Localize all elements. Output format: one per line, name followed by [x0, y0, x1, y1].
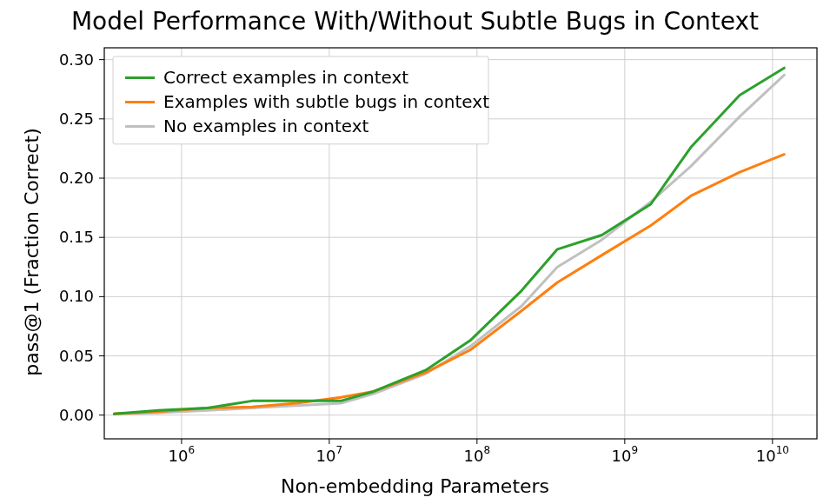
y-tick-label: 0.15 [59, 228, 94, 246]
y-tick-label: 0.05 [59, 347, 94, 365]
y-tick-label: 0.20 [59, 169, 94, 187]
y-tick-label: 0.30 [59, 50, 94, 69]
x-tick-label: 107 [316, 444, 343, 465]
x-tick-label: 108 [464, 444, 491, 465]
chart-svg: 0.000.050.100.150.200.250.30 10610710810… [104, 48, 817, 439]
x-axis-label: Non-embedding Parameters [0, 475, 830, 497]
x-tick-label: 1010 [756, 444, 789, 465]
series-line [114, 155, 784, 414]
figure: Model Performance With/Without Subtle Bu… [0, 0, 830, 504]
y-tick-label: 0.00 [59, 406, 94, 424]
x-tick-label: 106 [169, 444, 196, 465]
x-tick-label: 109 [612, 444, 639, 465]
y-axis-label: pass@1 (Fraction Correct) [21, 128, 43, 376]
legend-label: Examples with subtle bugs in context [163, 91, 489, 112]
y-ticks: 0.000.050.100.150.200.250.30 [59, 50, 104, 424]
legend: Correct examples in contextExamples with… [113, 56, 489, 144]
legend-label: Correct examples in context [163, 67, 408, 88]
chart-title: Model Performance With/Without Subtle Bu… [0, 7, 830, 36]
legend-label: No examples in context [163, 116, 369, 136]
plot-area: 0.000.050.100.150.200.250.30 10610710810… [104, 48, 817, 439]
x-ticks: 1061071081091010 [169, 439, 789, 465]
y-tick-label: 0.25 [59, 109, 94, 128]
y-tick-label: 0.10 [59, 287, 94, 305]
